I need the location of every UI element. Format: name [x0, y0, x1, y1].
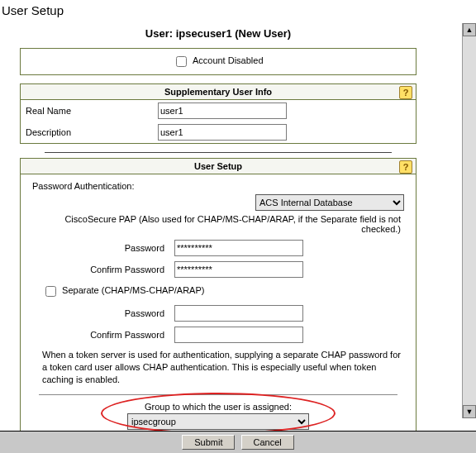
supplementary-title: Supplementary User Info — [164, 87, 272, 97]
password-label: Password — [32, 243, 174, 253]
scroll-down-icon[interactable]: ▼ — [463, 405, 476, 418]
group-assignment: Group to which the user is assigned: ips… — [60, 402, 376, 430]
description-label: Description — [26, 127, 158, 137]
sep-confirm-input[interactable] — [174, 327, 303, 343]
auth-db-select[interactable]: ACS Internal Database — [255, 194, 404, 211]
pap-note: CiscoSecure PAP (Also used for CHAP/MS-C… — [27, 212, 409, 237]
group-label: Group to which the user is assigned: — [60, 402, 376, 412]
real-name-label: Real Name — [26, 106, 158, 116]
separate-label: Separate (CHAP/MS-CHAP/ARAP) — [62, 285, 204, 295]
scrollbar[interactable]: ▲ ▼ — [462, 23, 476, 418]
account-disabled-label: Account Disabled — [193, 55, 264, 65]
page-title: User Setup — [0, 0, 476, 22]
user-setup-panel: User Setup ? Password Authentication: AC… — [20, 158, 416, 434]
account-disabled-checkbox[interactable] — [176, 56, 187, 67]
help-icon[interactable]: ? — [399, 160, 412, 174]
sep-confirm-label: Confirm Password — [32, 330, 174, 340]
content-area: User: ipsecuser1 (New User) Account Disa… — [0, 22, 436, 434]
cancel-button[interactable]: Cancel — [241, 435, 294, 450]
sep-password-input[interactable] — [174, 305, 303, 322]
confirm-password-input[interactable] — [174, 261, 303, 278]
description-input[interactable] — [158, 124, 287, 141]
supplementary-panel: Supplementary User Info ? Real Name Desc… — [20, 83, 416, 144]
real-name-input[interactable] — [158, 103, 287, 119]
password-input[interactable] — [174, 240, 303, 256]
scroll-up-icon[interactable]: ▲ — [463, 23, 476, 36]
button-bar: Submit Cancel — [0, 431, 476, 453]
user-setup-title: User Setup — [194, 161, 242, 171]
user-heading: User: ipsecuser1 (New User) — [20, 27, 416, 40]
divider — [39, 394, 397, 395]
separate-checkbox[interactable] — [45, 286, 56, 297]
confirm-password-label: Confirm Password — [32, 265, 174, 274]
submit-button[interactable]: Submit — [182, 435, 235, 450]
group-select[interactable]: ipsecgroup — [127, 413, 309, 430]
divider — [45, 152, 392, 153]
help-icon[interactable]: ? — [399, 86, 412, 99]
token-note: When a token server is used for authenti… — [27, 346, 409, 388]
account-disabled-panel: Account Disabled — [20, 48, 416, 75]
sep-password-label: Password — [32, 308, 174, 318]
password-auth-label: Password Authentication: — [27, 179, 409, 193]
